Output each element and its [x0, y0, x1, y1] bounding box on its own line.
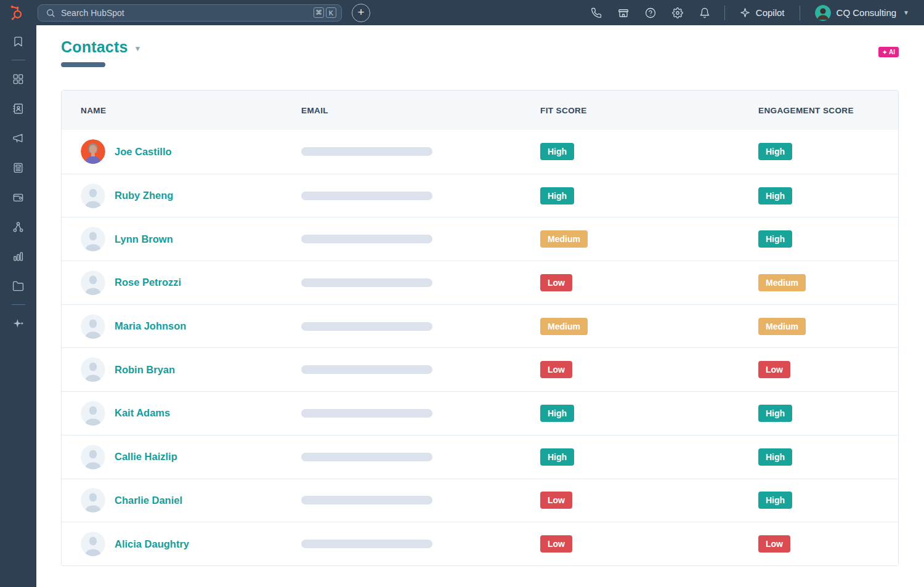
ai-badge-label: AI: [889, 49, 895, 55]
table-row[interactable]: Maria Johnson Medium Medium: [62, 304, 898, 348]
email-placeholder-bar: [301, 496, 432, 504]
email-placeholder-bar: [301, 147, 432, 156]
notifications-button[interactable]: [691, 0, 718, 25]
sidebar-item-content[interactable]: [0, 153, 36, 182]
fit-score-badge: Medium: [540, 318, 588, 335]
fit-score-badge: Low: [540, 361, 572, 378]
engagement-score-badge: High: [758, 143, 792, 160]
account-name: CQ Consulting: [837, 7, 897, 18]
sidebar-item-bookmarks[interactable]: [0, 26, 36, 56]
table-row[interactable]: Lynn Brown Medium High: [62, 217, 898, 261]
column-header-email[interactable]: EMAIL: [301, 106, 540, 115]
nav-divider: [724, 6, 725, 20]
fit-score-badge: Low: [540, 492, 572, 509]
contact-name-link[interactable]: Charlie Daniel: [115, 495, 182, 506]
contact-name-link[interactable]: Rose Petrozzi: [115, 277, 181, 288]
automations-network-icon: [12, 221, 24, 233]
subtitle-placeholder-bar: [61, 62, 105, 67]
sidebar-item-automations[interactable]: [0, 212, 36, 241]
contact-name-link[interactable]: Joe Castillo: [115, 146, 172, 158]
table-row[interactable]: Callie Haizlip High High: [62, 435, 898, 479]
contact-name-link[interactable]: Alicia Daughtry: [115, 538, 189, 550]
sidebar-item-copilot[interactable]: [0, 309, 36, 338]
engagement-score-badge: High: [758, 448, 792, 466]
calling-button[interactable]: [583, 0, 610, 25]
search-input[interactable]: Search HubSpot ⌘ K: [38, 4, 342, 22]
column-header-name[interactable]: NAME: [81, 106, 301, 115]
engagement-score-badge: High: [758, 405, 792, 422]
chevron-down-icon: ▼: [903, 9, 909, 16]
folder-data-icon: [12, 280, 24, 292]
content-document-icon: [12, 162, 24, 174]
sidebar-item-workspaces[interactable]: [0, 64, 36, 94]
contact-name-link[interactable]: Maria Johnson: [115, 320, 186, 332]
contact-name-link[interactable]: Robin Bryan: [115, 364, 175, 376]
search-placeholder: Search HubSpot: [61, 8, 314, 18]
bookmark-icon: [12, 36, 24, 47]
page-title: Contacts: [61, 38, 128, 56]
help-circle-icon: [645, 7, 656, 18]
sidebar-item-data[interactable]: [0, 271, 36, 301]
table-row[interactable]: Charlie Daniel Low High: [62, 479, 898, 522]
phone-icon: [591, 7, 602, 18]
ai-badge[interactable]: ✦ AI: [878, 47, 899, 57]
column-header-fit-score[interactable]: FIT SCORE: [540, 106, 758, 115]
storefront-icon: [618, 7, 629, 18]
engagement-score-badge: High: [758, 492, 792, 509]
table-row[interactable]: Robin Bryan Low Low: [62, 347, 898, 391]
photo-avatar: [81, 139, 105, 164]
copilot-label: Copilot: [756, 7, 785, 18]
table-row[interactable]: Rose Petrozzi Low Medium: [62, 261, 898, 304]
table-row[interactable]: Ruby Zheng High High: [62, 174, 898, 217]
fit-score-badge: High: [540, 405, 574, 422]
table-row[interactable]: Alicia Daughtry Low Low: [62, 522, 898, 565]
table-row[interactable]: Kait Adams High High: [62, 391, 898, 435]
hubspot-logo-icon[interactable]: [6, 0, 27, 25]
page-title-dropdown[interactable]: Contacts ▼: [61, 38, 141, 56]
sidebar-item-commerce[interactable]: [0, 182, 36, 212]
email-placeholder-bar: [301, 409, 432, 418]
sparkle-icon: [740, 7, 750, 18]
fit-score-badge: High: [540, 187, 574, 204]
table-header-row: NAME EMAIL FIT SCORE ENGAGEMENT SCORE: [62, 91, 898, 130]
contact-name-link[interactable]: Ruby Zheng: [115, 190, 173, 201]
contacts-book-icon: [12, 103, 24, 115]
column-header-engagement-score[interactable]: ENGAGEMENT SCORE: [758, 106, 898, 115]
settings-button[interactable]: [664, 0, 691, 25]
table-body: Joe Castillo High High Ruby Zheng High H…: [62, 130, 898, 565]
sidebar-item-marketing[interactable]: [0, 123, 36, 153]
engagement-score-badge: High: [758, 230, 792, 248]
contact-name-link[interactable]: Kait Adams: [115, 407, 170, 419]
bell-icon: [699, 7, 710, 18]
email-placeholder-bar: [301, 540, 432, 548]
contact-avatar: [81, 488, 105, 512]
copilot-button[interactable]: Copilot: [731, 7, 793, 18]
account-menu[interactable]: CQ Consulting ▼: [806, 5, 913, 21]
contact-name-link[interactable]: Lynn Brown: [115, 233, 173, 245]
sidebar-item-crm[interactable]: [0, 94, 36, 123]
engagement-score-badge: High: [758, 187, 792, 204]
k-key: K: [326, 7, 336, 18]
contact-avatar: [81, 270, 105, 295]
contact-avatar: [81, 532, 105, 556]
wallet-commerce-icon: [12, 192, 24, 203]
create-button[interactable]: +: [352, 4, 370, 22]
nav-divider: [800, 6, 800, 20]
fit-score-badge: Low: [540, 535, 572, 553]
engagement-score-badge: Medium: [758, 318, 806, 335]
help-button[interactable]: [637, 0, 664, 25]
placeholder-avatar: [81, 532, 105, 556]
fit-score-badge: High: [540, 143, 574, 160]
email-placeholder-bar: [301, 322, 432, 331]
keyboard-shortcut-hint: ⌘ K: [314, 7, 336, 18]
table-row[interactable]: Joe Castillo High High: [62, 130, 898, 174]
contact-avatar: [81, 314, 105, 339]
contact-avatar: [81, 401, 105, 426]
placeholder-avatar: [81, 184, 105, 208]
sidebar-item-reporting[interactable]: [0, 241, 36, 271]
contact-name-link[interactable]: Callie Haizlip: [115, 451, 177, 463]
marketplace-button[interactable]: [610, 0, 637, 25]
contact-avatar: [81, 445, 105, 469]
email-placeholder-bar: [301, 453, 432, 461]
sidebar-navigation: [0, 25, 36, 587]
